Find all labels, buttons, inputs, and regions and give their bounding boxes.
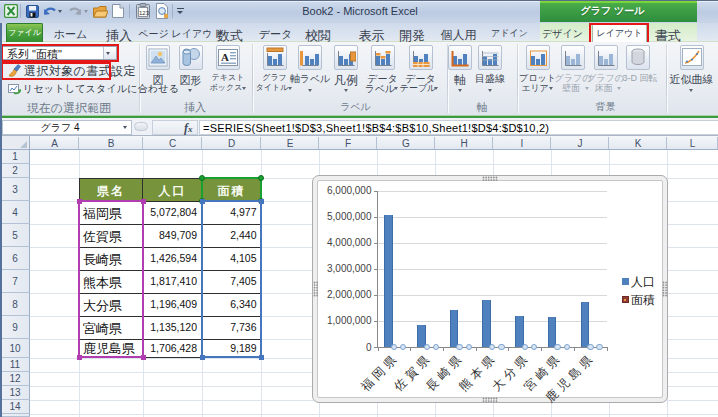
svg-text:123: 123 xyxy=(139,10,150,16)
svg-text:A: A xyxy=(221,51,229,63)
